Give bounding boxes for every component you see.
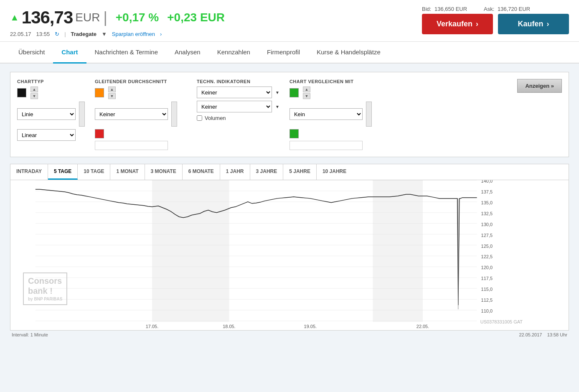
volumen-row: Volumen [197,115,279,121]
exchange-dropdown-icon[interactable]: ▼ [102,31,107,37]
charttyp-up-btn[interactable]: ▲ [30,87,38,92]
svg-text:18.05.: 18.05. [223,324,235,329]
linear-select[interactable]: Linear Logarithmisch [17,129,76,141]
volumen-label[interactable]: Volumen [205,115,226,121]
svg-rect-2 [373,180,423,322]
top-section: ▲ 136,73 EUR | +0,17 % +0,23 EUR 22.05.1… [0,0,579,42]
vergleich-group: CHART VERGLEICHEN MIT ▲ ▼ Kein DAX S&P 5… [290,79,507,150]
svg-text:137,5: 137,5 [481,189,493,194]
techn-select2[interactable]: Keiner RSIMACD [197,101,272,112]
charttyp-group: CHARTTYP ▲ ▼ Linie Kerzen OHLC Balken [17,79,85,141]
refresh-icon[interactable]: ↻ [55,31,59,37]
svg-text:127,5: 127,5 [481,233,493,238]
charttyp-select[interactable]: Linie Kerzen OHLC Balken [17,108,76,120]
svg-text:135,0: 135,0 [481,200,493,205]
tab-analysen[interactable]: Analysen [166,42,209,64]
action-buttons: Verkaufen › Kaufen › [422,14,569,34]
price-currency: EUR [75,11,100,24]
tab-ubersicht[interactable]: Übersicht [10,42,53,64]
gleitender-input[interactable] [95,141,168,150]
tabs-bar: Übersicht Chart Nachrichten & Termine An… [0,42,579,64]
gleitender-up-btn[interactable]: ▲ [108,87,116,92]
gleitender-red-swatch[interactable] [95,129,104,138]
gleitender-select-row: Keiner 5102050 [95,102,187,127]
vergleich-down-btn[interactable]: ▼ [303,93,310,99]
svg-text:125,0: 125,0 [481,244,493,249]
pipe-divider: | [103,9,107,26]
vergleich-select-row: Kein DAX S&P 500 [290,102,507,127]
gleitender-input-row [95,141,187,150]
time-tab-5tage[interactable]: 5 TAGE [48,164,78,180]
sparplan-link[interactable]: Sparplan eröffnen [112,31,155,37]
tab-nachrichten[interactable]: Nachrichten & Termine [86,42,166,64]
bid-label: Bid: 136,650 EUR [422,6,467,12]
arrow-up-icon: ▲ [10,12,19,23]
chart-svg: 140,0 137,5 135,0 132,5 130,0 127,5 125,… [10,180,569,330]
charttyp-color-swatch[interactable] [17,88,26,97]
vergleich-color-swatch2[interactable] [290,129,299,138]
header-left: ▲ 136,73 EUR | +0,17 % +0,23 EUR 22.05.1… [10,8,225,37]
gleitender-down-btn[interactable]: ▼ [108,93,116,99]
time-tabs: INTRADAY 5 TAGE 10 TAGE 1 MONAT 3 MONATE… [10,164,569,180]
time-tab-3jahre[interactable]: 3 JAHRE [250,164,284,180]
anzeigen-container: Anzeigen » [517,79,562,93]
svg-text:117,5: 117,5 [481,276,493,281]
techn-select2-row: Keiner RSIMACD ▼ [197,101,279,112]
charttyp-down-btn[interactable]: ▼ [30,93,38,99]
techn-select1-row: Keiner RSIMACD ▼ [197,87,279,98]
buy-button[interactable]: Kaufen › [498,14,569,34]
vergleich-up-btn[interactable]: ▲ [303,87,310,92]
anzeigen-button[interactable]: Anzeigen » [517,79,562,93]
charttyp-label: CHARTTYP [17,79,85,84]
tab-chart[interactable]: Chart [53,42,86,64]
tab-kennzahlen[interactable]: Kennzahlen [209,42,259,64]
svg-text:110,0: 110,0 [481,308,493,313]
svg-text:19.05.: 19.05. [304,324,317,329]
gleitender-color-swatch[interactable] [95,88,104,97]
gleitender-select[interactable]: Keiner 5102050 [95,108,168,120]
bid-value: 136,650 EUR [434,6,467,12]
bid-text: Bid: [422,6,431,12]
time-tab-1monat[interactable]: 1 MONAT [110,164,145,180]
exchange-label: Tradegate [71,31,96,37]
linear-select-row: Linear Logarithmisch [17,129,85,141]
time-tab-10tage[interactable]: 10 TAGE [78,164,110,180]
time-tab-intraday[interactable]: INTRADAY [10,164,48,180]
volumen-checkbox[interactable] [197,115,202,121]
techn-group: TECHN. INDIKATOREN Keiner RSIMACD ▼ Kein… [197,79,279,121]
techn-select1[interactable]: Keiner RSIMACD [197,87,272,98]
sparplan-arrow: › [160,31,162,37]
time-tab-6monate[interactable]: 6 MONATE [183,164,220,180]
vergleich-color-swatch1[interactable] [290,88,299,97]
buy-label: Kaufen [518,20,543,28]
tab-kurse[interactable]: Kurse & Handelsplätze [308,42,389,64]
time-tab-3monate[interactable]: 3 MONATE [145,164,183,180]
ask-label: Ask: 136,720 EUR [484,6,530,12]
vergleich-green2-row [290,129,507,138]
time-tab-1jahr[interactable]: 1 JAHR [220,164,250,180]
time-tab-5jahre[interactable]: 5 JAHRE [283,164,317,180]
intervall-label: Intervall: 1 Minute [12,332,48,337]
gleitender-group: GLEITENDER DURCHSCHNITT ▲ ▼ Keiner 51020… [95,79,187,150]
isin-text: US0378331005 GAT [480,319,523,324]
svg-text:115,0: 115,0 [481,287,493,292]
svg-text:130,0: 130,0 [481,222,493,227]
charttyp-select-row: Linie Kerzen OHLC Balken [17,102,85,127]
ask-value: 136,720 EUR [498,6,530,12]
ask-text: Ask: [484,6,494,12]
vergleich-select[interactable]: Kein DAX S&P 500 [290,108,363,120]
time-tab-10jahre[interactable]: 10 JAHRE [317,164,352,180]
price-value: 136,73 [22,8,73,28]
svg-text:132,5: 132,5 [481,211,493,216]
chart-controls: CHARTTYP ▲ ▼ Linie Kerzen OHLC Balken [10,72,569,157]
svg-text:120,0: 120,0 [481,265,493,270]
gleitender-red-row [95,129,187,138]
svg-text:122,5: 122,5 [481,254,493,259]
footer-date: 22.05.2017 [519,332,542,337]
chart-area: 140,0 137,5 135,0 132,5 130,0 127,5 125,… [10,180,569,331]
tab-firmenprofil[interactable]: Firmenprofil [259,42,308,64]
vergleich-input[interactable] [290,141,363,150]
time-label: 13:55 [36,31,50,37]
vergleich-input-row [290,141,507,150]
sell-button[interactable]: Verkaufen › [422,14,493,34]
